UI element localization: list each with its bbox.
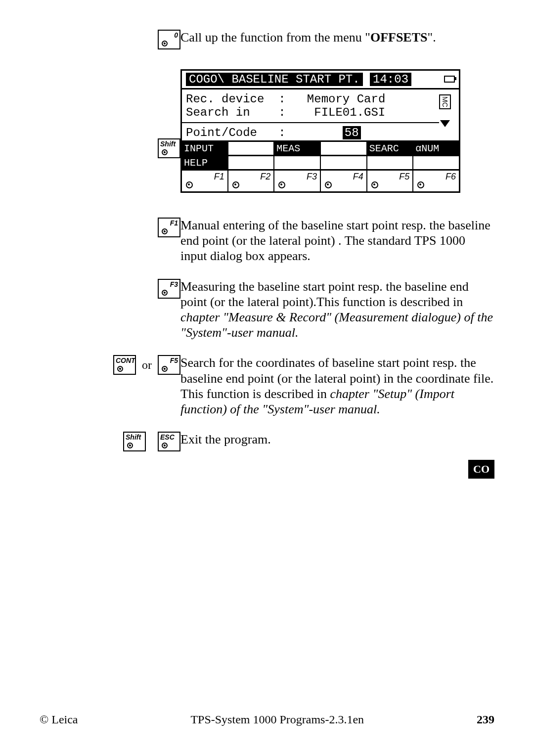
screen-header: COGO\ BASELINE START PT. 14:03 [182,71,459,89]
desc-row-exit: Shift ESC Exit the program. [87,432,494,451]
softkey-anum[interactable]: αNUM [413,142,459,155]
softkey-input[interactable]: INPUT [182,142,228,155]
field-value: Memory Card [307,92,385,106]
key-label: F5 [170,356,178,364]
battery-icon [444,76,455,83]
footer-left: © Leica [40,713,78,726]
key-dot-icon [371,181,378,188]
screen-area: Shift COGO\ BASELINE START PT. 14:03 Rec… [87,69,494,193]
softkey-blank [367,156,414,169]
field-label: Search in : [186,106,286,119]
fn-key[interactable]: F2 [228,171,275,191]
footer-center: TPS-System 1000 Programs-2.3.1en [190,713,364,726]
softkey-row-2: HELP [182,155,459,169]
intro-bold: OFFSETS [370,30,428,44]
or-text: or [142,358,152,372]
screen-time: 14:03 [370,73,411,86]
key-f1[interactable]: F1 [158,218,180,237]
screen-line: Rec. device : Memory Card [186,92,435,106]
field-value: FILE01.GSI [314,106,385,119]
key-dot-icon [232,181,239,188]
intro-post: ". [428,30,436,44]
fn-label: F3 [307,172,317,181]
dropdown-icon[interactable] [440,120,450,127]
desc-row-f3: F3 Measuring the baseline start point re… [87,279,494,341]
desc-text: Manual entering of the baseline start po… [180,218,494,264]
screen-line: Point/Code : 58 [186,126,435,139]
intro-row: 0 Call up the function from the menu "OF… [87,30,494,49]
key-dot-icon [117,366,123,372]
key-label: F1 [170,219,178,227]
body-text: Manual entering of the baseline start po… [180,218,490,263]
key-label: F3 [170,280,178,288]
field-label: Point/Code : [186,126,286,139]
fn-label: F5 [399,172,409,181]
body-italic: chapter "Measure & Record" (Measurement … [180,310,493,340]
softkey-meas[interactable]: MEAS [274,142,321,155]
fn-key[interactable]: F3 [274,171,321,191]
field-label: Rec. device : [186,92,286,106]
desc-text: Exit the program. [180,432,494,447]
key-dot-icon [162,149,168,155]
key-dot-icon [162,443,168,448]
key-dot-icon [162,228,168,234]
softkey-blank [274,156,321,169]
body-text: Exit the program. [180,432,271,446]
fn-label: F4 [353,172,363,181]
softkey-searc[interactable]: SEARC [367,142,414,155]
key-label: Shift [126,433,141,441]
key-dot-icon [325,181,332,188]
screen-title: COGO\ BASELINE START PT. [186,73,363,86]
key-label: Shift [160,140,176,148]
key-dot-icon [186,181,193,188]
fn-key[interactable]: F4 [321,171,367,191]
fn-label: F2 [260,172,270,181]
mc-icon: MC [439,94,451,109]
key-dot-icon [278,181,285,188]
softkey-blank [321,156,367,169]
key-label: ESC [160,433,175,441]
screen-line: Search in : FILE01.GSI [186,106,435,119]
desc-row-f1: F1 Manual entering of the baseline start… [87,218,494,264]
key-0[interactable]: 0 [158,30,180,49]
page-footer: © Leica TPS-System 1000 Programs-2.3.1en… [40,713,494,726]
key-dot-icon [162,41,168,46]
fn-label: F6 [445,172,456,181]
key-dot-icon [127,443,133,448]
fn-key[interactable]: F6 [413,171,459,191]
key-dot-icon [162,366,168,372]
desc-text: Search for the coordinates of baseline s… [180,355,494,417]
softkey-row-1: INPUT MEAS SEARC αNUM [182,140,459,155]
key-dot-icon [162,290,168,296]
page-number: 239 [477,713,494,726]
softkey-help[interactable]: HELP [182,156,228,169]
key-label: CONT [116,356,135,364]
key-shift[interactable]: Shift [123,432,146,451]
desc-row-cont-f5: CONT or F5 Search for the coordinates of… [87,355,494,417]
key-cont[interactable]: CONT [113,355,136,375]
device-screen: COGO\ BASELINE START PT. 14:03 Rec. devi… [180,69,460,193]
intro-text: Call up the function from the menu "OFFS… [180,30,494,45]
key-esc[interactable]: ESC [158,432,180,451]
softkey-blank [321,142,367,155]
softkey-blank [413,156,459,169]
fn-key[interactable]: F1 [182,171,228,191]
fn-key-row: F1 F2 F3 F4 F5 F6 [182,169,459,191]
fn-label: F1 [214,172,224,181]
desc-text: Measuring the baseline start point resp.… [180,279,494,341]
field-value-selected[interactable]: 58 [343,126,361,139]
key-label: 0 [174,31,178,39]
section-tab: CO [468,460,494,479]
softkey-blank [228,142,275,155]
key-dot-icon [417,181,424,188]
softkey-blank [228,156,275,169]
body-text: Measuring the baseline start point resp.… [180,279,469,309]
intro-pre: Call up the function from the menu " [180,30,370,44]
key-f5[interactable]: F5 [158,355,180,375]
fn-key[interactable]: F5 [367,171,414,191]
shift-key[interactable]: Shift [158,138,180,158]
key-f3[interactable]: F3 [158,279,180,299]
